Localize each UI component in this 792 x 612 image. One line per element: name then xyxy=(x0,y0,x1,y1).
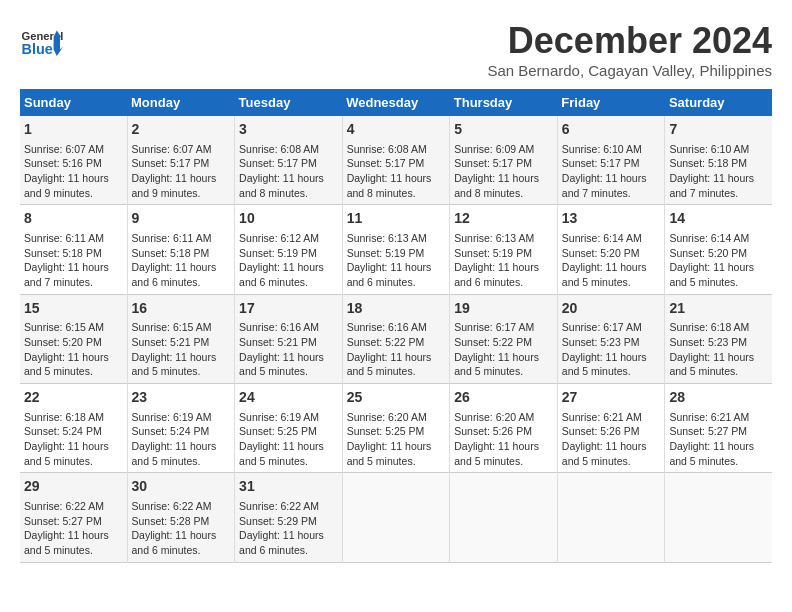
calendar-cell xyxy=(557,473,665,562)
calendar-cell: 21Sunrise: 6:18 AM Sunset: 5:23 PM Dayli… xyxy=(665,294,772,383)
day-number: 9 xyxy=(132,209,231,229)
calendar-cell: 12Sunrise: 6:13 AM Sunset: 5:19 PM Dayli… xyxy=(450,205,558,294)
day-info: Sunrise: 6:10 AM Sunset: 5:17 PM Dayligh… xyxy=(562,142,661,201)
day-info: Sunrise: 6:09 AM Sunset: 5:17 PM Dayligh… xyxy=(454,142,553,201)
calendar-week-2: 8Sunrise: 6:11 AM Sunset: 5:18 PM Daylig… xyxy=(20,205,772,294)
calendar-cell: 20Sunrise: 6:17 AM Sunset: 5:23 PM Dayli… xyxy=(557,294,665,383)
day-info: Sunrise: 6:12 AM Sunset: 5:19 PM Dayligh… xyxy=(239,231,338,290)
day-number: 3 xyxy=(239,120,338,140)
calendar-cell: 29Sunrise: 6:22 AM Sunset: 5:27 PM Dayli… xyxy=(20,473,127,562)
day-info: Sunrise: 6:19 AM Sunset: 5:24 PM Dayligh… xyxy=(132,410,231,469)
logo: General Blue xyxy=(20,20,68,68)
day-info: Sunrise: 6:07 AM Sunset: 5:17 PM Dayligh… xyxy=(132,142,231,201)
day-number: 1 xyxy=(24,120,123,140)
calendar-cell: 4Sunrise: 6:08 AM Sunset: 5:17 PM Daylig… xyxy=(342,116,450,205)
day-number: 11 xyxy=(347,209,446,229)
calendar-cell: 16Sunrise: 6:15 AM Sunset: 5:21 PM Dayli… xyxy=(127,294,235,383)
day-number: 18 xyxy=(347,299,446,319)
calendar-cell: 8Sunrise: 6:11 AM Sunset: 5:18 PM Daylig… xyxy=(20,205,127,294)
day-number: 26 xyxy=(454,388,553,408)
day-info: Sunrise: 6:10 AM Sunset: 5:18 PM Dayligh… xyxy=(669,142,768,201)
day-info: Sunrise: 6:16 AM Sunset: 5:21 PM Dayligh… xyxy=(239,320,338,379)
calendar-table: SundayMondayTuesdayWednesdayThursdayFrid… xyxy=(20,89,772,563)
day-info: Sunrise: 6:14 AM Sunset: 5:20 PM Dayligh… xyxy=(562,231,661,290)
calendar-cell: 25Sunrise: 6:20 AM Sunset: 5:25 PM Dayli… xyxy=(342,384,450,473)
day-number: 22 xyxy=(24,388,123,408)
weekday-header-friday: Friday xyxy=(557,89,665,116)
day-info: Sunrise: 6:16 AM Sunset: 5:22 PM Dayligh… xyxy=(347,320,446,379)
day-number: 21 xyxy=(669,299,768,319)
calendar-cell: 15Sunrise: 6:15 AM Sunset: 5:20 PM Dayli… xyxy=(20,294,127,383)
day-info: Sunrise: 6:18 AM Sunset: 5:24 PM Dayligh… xyxy=(24,410,123,469)
calendar-cell: 3Sunrise: 6:08 AM Sunset: 5:17 PM Daylig… xyxy=(235,116,343,205)
day-number: 4 xyxy=(347,120,446,140)
day-number: 29 xyxy=(24,477,123,497)
day-info: Sunrise: 6:13 AM Sunset: 5:19 PM Dayligh… xyxy=(454,231,553,290)
day-number: 7 xyxy=(669,120,768,140)
page-header: General Blue December 2024 San Bernardo,… xyxy=(20,20,772,79)
title-section: December 2024 San Bernardo, Cagayan Vall… xyxy=(487,20,772,79)
day-info: Sunrise: 6:22 AM Sunset: 5:28 PM Dayligh… xyxy=(132,499,231,558)
weekday-header-row: SundayMondayTuesdayWednesdayThursdayFrid… xyxy=(20,89,772,116)
day-number: 6 xyxy=(562,120,661,140)
calendar-cell xyxy=(665,473,772,562)
day-info: Sunrise: 6:15 AM Sunset: 5:20 PM Dayligh… xyxy=(24,320,123,379)
day-number: 8 xyxy=(24,209,123,229)
calendar-week-3: 15Sunrise: 6:15 AM Sunset: 5:20 PM Dayli… xyxy=(20,294,772,383)
day-info: Sunrise: 6:22 AM Sunset: 5:29 PM Dayligh… xyxy=(239,499,338,558)
calendar-cell: 10Sunrise: 6:12 AM Sunset: 5:19 PM Dayli… xyxy=(235,205,343,294)
day-number: 15 xyxy=(24,299,123,319)
day-number: 24 xyxy=(239,388,338,408)
weekday-header-thursday: Thursday xyxy=(450,89,558,116)
day-number: 10 xyxy=(239,209,338,229)
weekday-header-tuesday: Tuesday xyxy=(235,89,343,116)
day-info: Sunrise: 6:17 AM Sunset: 5:22 PM Dayligh… xyxy=(454,320,553,379)
day-info: Sunrise: 6:14 AM Sunset: 5:20 PM Dayligh… xyxy=(669,231,768,290)
day-number: 14 xyxy=(669,209,768,229)
day-number: 17 xyxy=(239,299,338,319)
calendar-cell: 1Sunrise: 6:07 AM Sunset: 5:16 PM Daylig… xyxy=(20,116,127,205)
calendar-cell: 7Sunrise: 6:10 AM Sunset: 5:18 PM Daylig… xyxy=(665,116,772,205)
calendar-cell xyxy=(450,473,558,562)
calendar-week-5: 29Sunrise: 6:22 AM Sunset: 5:27 PM Dayli… xyxy=(20,473,772,562)
calendar-cell: 13Sunrise: 6:14 AM Sunset: 5:20 PM Dayli… xyxy=(557,205,665,294)
day-info: Sunrise: 6:21 AM Sunset: 5:27 PM Dayligh… xyxy=(669,410,768,469)
calendar-cell: 27Sunrise: 6:21 AM Sunset: 5:26 PM Dayli… xyxy=(557,384,665,473)
calendar-cell: 11Sunrise: 6:13 AM Sunset: 5:19 PM Dayli… xyxy=(342,205,450,294)
calendar-cell: 17Sunrise: 6:16 AM Sunset: 5:21 PM Dayli… xyxy=(235,294,343,383)
day-info: Sunrise: 6:18 AM Sunset: 5:23 PM Dayligh… xyxy=(669,320,768,379)
day-info: Sunrise: 6:20 AM Sunset: 5:26 PM Dayligh… xyxy=(454,410,553,469)
day-info: Sunrise: 6:20 AM Sunset: 5:25 PM Dayligh… xyxy=(347,410,446,469)
month-title: December 2024 xyxy=(487,20,772,62)
calendar-cell: 5Sunrise: 6:09 AM Sunset: 5:17 PM Daylig… xyxy=(450,116,558,205)
day-info: Sunrise: 6:22 AM Sunset: 5:27 PM Dayligh… xyxy=(24,499,123,558)
calendar-cell: 28Sunrise: 6:21 AM Sunset: 5:27 PM Dayli… xyxy=(665,384,772,473)
day-number: 27 xyxy=(562,388,661,408)
day-info: Sunrise: 6:07 AM Sunset: 5:16 PM Dayligh… xyxy=(24,142,123,201)
calendar-cell: 24Sunrise: 6:19 AM Sunset: 5:25 PM Dayli… xyxy=(235,384,343,473)
calendar-cell: 9Sunrise: 6:11 AM Sunset: 5:18 PM Daylig… xyxy=(127,205,235,294)
day-info: Sunrise: 6:08 AM Sunset: 5:17 PM Dayligh… xyxy=(347,142,446,201)
day-number: 13 xyxy=(562,209,661,229)
day-number: 19 xyxy=(454,299,553,319)
svg-text:Blue: Blue xyxy=(22,41,53,57)
day-number: 31 xyxy=(239,477,338,497)
calendar-cell: 2Sunrise: 6:07 AM Sunset: 5:17 PM Daylig… xyxy=(127,116,235,205)
weekday-header-sunday: Sunday xyxy=(20,89,127,116)
day-number: 28 xyxy=(669,388,768,408)
day-number: 25 xyxy=(347,388,446,408)
location-title: San Bernardo, Cagayan Valley, Philippine… xyxy=(487,62,772,79)
logo-svg: General Blue xyxy=(20,20,68,68)
day-info: Sunrise: 6:15 AM Sunset: 5:21 PM Dayligh… xyxy=(132,320,231,379)
day-number: 5 xyxy=(454,120,553,140)
calendar-cell: 19Sunrise: 6:17 AM Sunset: 5:22 PM Dayli… xyxy=(450,294,558,383)
calendar-cell xyxy=(342,473,450,562)
calendar-week-4: 22Sunrise: 6:18 AM Sunset: 5:24 PM Dayli… xyxy=(20,384,772,473)
weekday-header-wednesday: Wednesday xyxy=(342,89,450,116)
calendar-cell: 26Sunrise: 6:20 AM Sunset: 5:26 PM Dayli… xyxy=(450,384,558,473)
day-info: Sunrise: 6:13 AM Sunset: 5:19 PM Dayligh… xyxy=(347,231,446,290)
day-number: 30 xyxy=(132,477,231,497)
day-info: Sunrise: 6:08 AM Sunset: 5:17 PM Dayligh… xyxy=(239,142,338,201)
day-info: Sunrise: 6:11 AM Sunset: 5:18 PM Dayligh… xyxy=(132,231,231,290)
day-number: 23 xyxy=(132,388,231,408)
